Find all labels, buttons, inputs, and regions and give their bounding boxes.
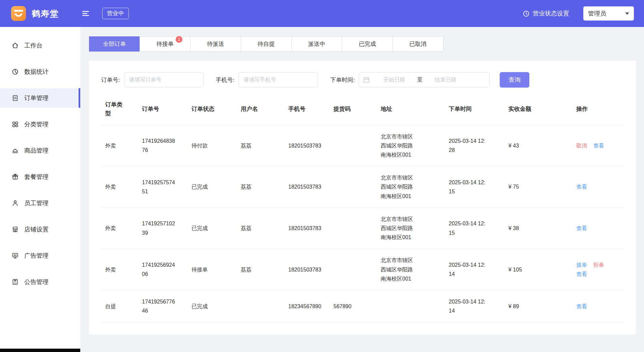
cell-order-type: 外卖: [101, 125, 138, 166]
cell-order-status: 待接单: [187, 249, 237, 290]
business-status-setting-button[interactable]: 营业状态设置: [523, 9, 569, 18]
order-status-tabs: 全部订单 待接单 1 待派送 待自提 派送中 已完成 已取消: [89, 36, 636, 52]
start-date-input[interactable]: [372, 77, 416, 83]
sidebar-item-shop-settings[interactable]: 店铺设置: [0, 220, 80, 239]
home-icon: [11, 42, 19, 49]
cell-order-no: 1741926483876: [138, 125, 187, 166]
sidebar-item-goods[interactable]: 商品管理: [0, 141, 80, 160]
table-row: 自提 1741925677646 已完成 18234567890 567890 …: [101, 290, 624, 322]
main-content: 全部订单 待接单 1 待派送 待自提 派送中 已完成 已取消 订单号:: [80, 27, 644, 352]
cell-order-type: 外卖: [101, 166, 138, 208]
order-icon: [11, 94, 19, 102]
brand-title: 鹤寿堂: [32, 8, 59, 19]
cell-order-time: 2025-03-14 12:14: [445, 249, 504, 290]
cell-amount: ¥ 38: [504, 207, 572, 249]
col-actions: 操作: [572, 97, 624, 125]
action-view-link[interactable]: 查看: [576, 303, 587, 309]
action-view-link[interactable]: 查看: [576, 271, 587, 277]
cell-order-time: 2025-03-14 12:15: [445, 166, 504, 208]
cell-username: 荔荔: [237, 166, 284, 208]
sidebar-item-orders[interactable]: 订单管理: [0, 88, 80, 108]
col-username: 用户名: [237, 97, 284, 125]
cell-order-status: 已完成: [187, 207, 237, 249]
cell-actions: 查看: [572, 290, 624, 322]
action-reject-link[interactable]: 拒单: [593, 262, 604, 268]
sidebar-item-label: 订单管理: [24, 94, 49, 102]
notice-icon: [11, 278, 19, 286]
tab-delivering[interactable]: 派送中: [291, 36, 342, 52]
cell-address: 北京市市辖区西城区华阳路南海校区001: [377, 249, 445, 290]
cell-order-no: 1741925677646: [138, 290, 187, 322]
cell-actions: 接单 拒单 查看: [572, 249, 624, 290]
sidebar-item-staff[interactable]: 员工管理: [0, 193, 80, 213]
cell-phone: 18201503783: [284, 125, 329, 166]
shop-icon: [11, 226, 19, 233]
cell-amount: ¥ 105: [504, 249, 572, 290]
end-date-input[interactable]: [423, 77, 468, 83]
sidebar-item-notices[interactable]: 公告管理: [0, 272, 80, 292]
tab-pending-accept[interactable]: 待接单 1: [140, 36, 191, 52]
cell-username: 荔荔: [237, 249, 284, 290]
admin-role-select[interactable]: 管理员: [583, 6, 634, 21]
sidebar-item-label: 套餐管理: [24, 173, 49, 181]
sidebar-item-label: 广告管理: [24, 252, 49, 260]
app-logo-icon: [10, 5, 27, 22]
sidebar-item-categories[interactable]: 分类管理: [0, 115, 80, 134]
staff-icon: [11, 199, 19, 207]
sidebar: 工作台 数据统计 订单管理: [0, 27, 80, 352]
action-cancel-link[interactable]: 取消: [576, 143, 587, 149]
calendar-icon: [363, 76, 370, 83]
action-view-link[interactable]: 查看: [576, 225, 587, 231]
cell-username: [237, 290, 284, 322]
sidebar-item-label: 工作台: [24, 41, 42, 50]
cell-pickup-code: [329, 125, 377, 166]
sidebar-item-ads[interactable]: AD 广告管理: [0, 246, 80, 265]
filter-bar: 订单号: 手机号: 下单时间: 至 查询: [101, 72, 624, 88]
tab-pending-delivery[interactable]: 待派送: [190, 36, 241, 52]
tab-pending-pickup[interactable]: 待自提: [241, 36, 292, 52]
action-accept-link[interactable]: 接单: [576, 262, 587, 268]
search-button[interactable]: 查询: [500, 72, 529, 88]
cell-amount: ¥ 75: [504, 166, 572, 208]
action-view-link[interactable]: 查看: [593, 143, 604, 149]
sidebar-item-label: 数据统计: [24, 68, 49, 76]
tab-completed[interactable]: 已完成: [342, 36, 393, 52]
col-pickup-code: 提货码: [329, 97, 377, 125]
ad-icon: AD: [11, 252, 19, 259]
orders-panel: 订单号: 手机号: 下单时间: 至 查询: [89, 61, 636, 334]
cell-username: 荔荔: [237, 207, 284, 249]
clock-icon: [523, 10, 530, 17]
cell-actions: 查看: [572, 207, 624, 249]
order-time-label: 下单时间:: [330, 76, 355, 84]
cell-pickup-code: [329, 249, 377, 290]
cell-phone: 18201503783: [284, 249, 329, 290]
phone-input[interactable]: [238, 72, 318, 87]
cell-address: [377, 290, 445, 322]
menu-toggle-icon[interactable]: [81, 9, 90, 18]
tab-all-orders[interactable]: 全部订单: [89, 36, 140, 52]
sidebar-item-statistics[interactable]: 数据统计: [0, 62, 80, 82]
col-order-no: 订单号: [138, 97, 187, 125]
cell-order-time: 2025-03-14 12:28: [445, 125, 504, 166]
col-phone: 手机号: [284, 97, 329, 125]
col-order-status: 订单状态: [187, 97, 237, 125]
goods-icon: [11, 147, 19, 154]
cell-address: 北京市市辖区西城区华阳路南海校区001: [377, 166, 445, 208]
cell-actions: 查看: [572, 166, 624, 208]
bottom-dark-bar: [0, 349, 80, 352]
order-no-input[interactable]: [124, 72, 204, 87]
sidebar-nav: 工作台 数据统计 订单管理: [0, 27, 80, 292]
tab-cancelled[interactable]: 已取消: [392, 36, 443, 52]
category-icon: [11, 121, 19, 128]
cell-order-type: 外卖: [101, 249, 138, 290]
cell-actions: 取消 查看: [572, 125, 624, 166]
sidebar-item-workbench[interactable]: 工作台: [0, 36, 80, 55]
sidebar-item-label: 分类管理: [24, 120, 49, 128]
date-range-picker[interactable]: 至: [359, 72, 490, 87]
col-order-time: 下单时间: [445, 97, 504, 125]
cell-order-no: 1741925757451: [138, 166, 187, 208]
action-view-link[interactable]: 查看: [576, 184, 587, 190]
cell-pickup-code: [329, 207, 377, 249]
table-row: 外卖 1741925757451 已完成 荔荔 18201503783 北京市市…: [101, 166, 624, 208]
sidebar-item-combos[interactable]: 套餐管理: [0, 167, 80, 187]
